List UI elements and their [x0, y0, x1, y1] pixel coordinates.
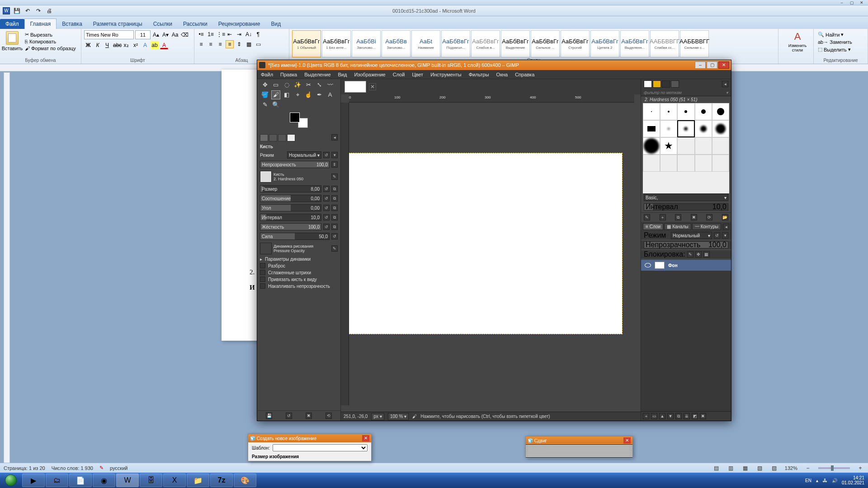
layer-opacity-slider[interactable]: Непрозрачность100,0 [644, 241, 728, 249]
taskbar-7zip[interactable]: 7z [210, 474, 233, 487]
fuzzy-select-tool[interactable]: ✨ [293, 81, 302, 89]
new-image-dialog-close[interactable]: ✕ [362, 435, 369, 441]
taskbar-explorer[interactable]: 🗂 [46, 474, 68, 487]
tray-volume-icon[interactable]: 🔊 [832, 478, 837, 483]
gimp-menu-item[interactable]: Выделение [304, 72, 330, 77]
numbering-button[interactable]: 1≡ [207, 30, 215, 38]
taskbar-gimp[interactable]: 🎨 [234, 474, 256, 487]
style-item[interactable]: АаБбВвГгВыделение [501, 30, 530, 57]
path-tool[interactable]: ✒ [315, 91, 323, 99]
select-button[interactable]: ⬚ Выделить ▾ [816, 46, 865, 53]
angle-slider[interactable]: Угол0,00 [260, 204, 321, 211]
style-item[interactable]: ААББВВГГСильная с... [680, 30, 709, 57]
zoom-out-button[interactable]: − [804, 464, 812, 472]
brush-cell[interactable] [643, 120, 660, 137]
brush-cell[interactable] [660, 155, 677, 172]
lock-position[interactable]: ✥ [695, 251, 702, 258]
brush-grid[interactable]: ★ [643, 103, 729, 193]
brush-cell[interactable] [695, 103, 712, 120]
brush-refresh[interactable]: ⟳ [706, 214, 712, 221]
brush-cell[interactable] [712, 120, 729, 137]
canvas-viewport[interactable] [349, 103, 634, 405]
brush-new[interactable]: ＋ [660, 214, 666, 221]
clone-tool[interactable]: ⌖ [293, 91, 302, 99]
taskbar-word[interactable]: W [116, 474, 139, 487]
word-vertical-ruler[interactable] [4, 72, 10, 473]
opt-save-button[interactable]: 💾 [266, 413, 272, 419]
crop-tool[interactable]: ✂ [304, 81, 312, 89]
canvas-vertical-ruler[interactable] [341, 103, 349, 405]
ribbon-tab-view[interactable]: Вид [265, 19, 286, 29]
brush-del[interactable]: ✖ [691, 214, 697, 221]
borders-button[interactable]: ▭ [254, 40, 262, 48]
patterns-tab[interactable] [653, 80, 661, 88]
style-item[interactable]: АаБбВвГгЦитата 2 [590, 30, 619, 57]
brush-preview-icon[interactable] [260, 171, 272, 183]
highlight-button[interactable]: ab [151, 41, 159, 49]
shading-button[interactable]: ▦ [245, 40, 253, 48]
smooth-stroke-checkbox[interactable]: Сглаженные штрихи [260, 270, 338, 275]
clear-formatting-button[interactable]: ⌫ [180, 31, 189, 39]
layers-list[interactable]: Фон [641, 260, 731, 411]
gimp-minimize-button[interactable]: – [695, 61, 706, 69]
dock-menu-button[interactable]: ◂ [331, 134, 338, 141]
taskbar-chrome[interactable]: ◉ [93, 474, 115, 487]
styles-gallery[interactable]: АаБбВвГг1 ОбычныйАаБбВвГг1 Без инте...Аа… [292, 30, 775, 57]
style-item[interactable]: АаБбВвГг1 Без инте... [322, 30, 351, 57]
taskbar-notepad[interactable]: 📄 [69, 474, 92, 487]
brush-edit-button[interactable]: ✎ [331, 174, 338, 180]
gimp-menu-item[interactable]: Фильтры [469, 72, 489, 77]
image-tab-thumbnail[interactable] [344, 81, 366, 93]
unit-combo[interactable]: px▾ [371, 413, 384, 420]
layer-new[interactable]: ＋ [643, 413, 649, 419]
ribbon-tab-file[interactable]: Файл [0, 19, 24, 29]
layers-tab[interactable]: ≡ Слои [643, 223, 663, 230]
zoom-in-button[interactable]: + [856, 464, 864, 472]
status-language[interactable]: русский [110, 465, 127, 471]
style-item[interactable]: АаБбВвГгСильное ... [531, 30, 560, 57]
view-print-layout-button[interactable]: ▤ [712, 464, 721, 472]
free-select-tool[interactable]: ◌ [283, 81, 291, 89]
bold-button[interactable]: Ж [84, 41, 92, 49]
force-slider[interactable]: Сила50,0 [260, 233, 330, 240]
line-spacing-button[interactable]: ⇕ [235, 40, 243, 48]
layer-dup[interactable]: ⧉ [675, 413, 682, 419]
layer-down[interactable]: ▼ [667, 413, 674, 419]
qat-print-button[interactable]: 🖨 [45, 7, 53, 15]
lock-brush-checkbox[interactable]: Привязать кисть к виду [260, 277, 338, 282]
style-item[interactable]: АаБбВіЗаголово... [352, 30, 381, 57]
ratio-link[interactable]: ⧉ [331, 195, 338, 202]
style-item[interactable]: АаБбВвГг1 Обычный [292, 30, 321, 57]
gimp-menu-item[interactable]: Слой [393, 72, 405, 77]
mode-reset[interactable]: ↺ [323, 152, 330, 158]
layer-mode-menu[interactable]: ▾ [722, 232, 728, 239]
paste-button[interactable]: Вставить [3, 30, 22, 52]
style-item[interactable]: АаБбВвГгСлабое в... [471, 30, 500, 57]
opt-restore-button[interactable]: ↺ [286, 413, 292, 419]
dynamics-icon[interactable] [260, 243, 272, 254]
gimp-menu-item[interactable]: Справка [515, 72, 534, 77]
ratio-reset[interactable]: ↺ [323, 195, 330, 202]
images-tab[interactable] [287, 134, 295, 141]
taskbar-media-player[interactable]: ▶ [22, 474, 45, 487]
brush-cell[interactable] [712, 103, 729, 120]
gimp-menu-item[interactable]: Цвет [412, 72, 423, 77]
underline-button[interactable]: Ч [103, 41, 111, 49]
rect-select-tool[interactable]: ▭ [272, 81, 280, 89]
device-status-tab[interactable] [269, 134, 277, 141]
gimp-close-button[interactable]: ✕ [718, 61, 729, 69]
tray-clock[interactable]: 14:21 01.02.2021 [842, 475, 864, 485]
brush-cell[interactable] [712, 155, 729, 172]
brush-preset-combo[interactable]: Basic,▾ [644, 194, 728, 201]
word-close-button[interactable]: ✕ [857, 0, 866, 5]
brush-cell[interactable] [695, 120, 712, 137]
layer-mask[interactable]: ◩ [692, 413, 698, 419]
color-swatches[interactable] [290, 113, 308, 128]
brush-cell[interactable] [677, 120, 694, 137]
brush-cell[interactable] [643, 103, 660, 120]
canvas-horizontal-ruler[interactable]: 0100200300400500 [349, 94, 634, 103]
ribbon-tab-review[interactable]: Рецензирование [213, 19, 266, 29]
canvas[interactable] [349, 153, 622, 334]
gimp-window[interactable]: *[Без имени]-1.0 (Цвета RGB 8 бит, нелин… [257, 60, 731, 421]
fonts-tab[interactable] [662, 80, 670, 88]
